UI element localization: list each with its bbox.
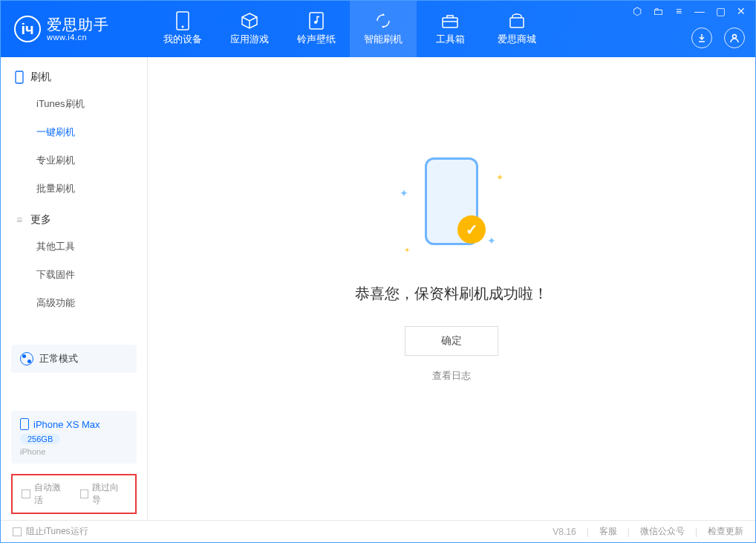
tab-label: 爱思商城 <box>498 33 536 46</box>
checkbox-block-itunes[interactable]: 阻止iTunes运行 <box>13 525 88 538</box>
sparkle-icon: ✦ <box>400 187 408 199</box>
close-button[interactable]: ✕ <box>734 5 748 17</box>
success-check-icon: ✓ <box>457 215 486 244</box>
cube-icon <box>241 12 258 30</box>
user-button[interactable] <box>724 27 745 48</box>
app-header: iч 爱思助手 www.i4.cn 我的设备 应用游戏 铃声壁纸 智能刷机 工具… <box>1 1 755 57</box>
device-type: iPhone <box>20 447 128 456</box>
svg-point-1 <box>182 26 184 28</box>
storage-badge: 256GB <box>20 434 60 444</box>
sparkle-icon: ✦ <box>404 246 410 254</box>
window-controls: ⬡ 🗀 ≡ — ▢ ✕ <box>630 5 748 17</box>
logo-text: 爱思助手 www.i4.cn <box>47 16 109 42</box>
checkbox-icon <box>80 490 89 498</box>
svg-rect-2 <box>310 13 323 29</box>
phone-icon <box>20 418 29 430</box>
sidebar-section-flash: 刷机 <box>1 57 147 90</box>
tab-label: 智能刷机 <box>364 33 403 46</box>
body-area: 刷机 iTunes刷机 一键刷机 专业刷机 批量刷机 ≡ 更多 其他工具 下载固… <box>1 57 755 520</box>
phone-icon <box>14 71 25 84</box>
device-name: iPhone XS Max <box>33 419 100 430</box>
checkbox-icon <box>22 490 30 498</box>
version-label: V8.16 <box>553 527 576 537</box>
sidebar-item-pro-flash[interactable]: 专业刷机 <box>1 146 147 175</box>
sidebar-item-itunes-flash[interactable]: iTunes刷机 <box>1 90 147 118</box>
svg-point-6 <box>733 35 737 39</box>
device-icon <box>174 12 192 30</box>
svg-rect-7 <box>16 71 23 83</box>
device-name-row: iPhone XS Max <box>20 418 128 430</box>
music-icon <box>307 12 325 30</box>
maximize-button[interactable]: ▢ <box>714 5 727 17</box>
svg-point-3 <box>314 21 317 24</box>
tab-my-device[interactable]: 我的设备 <box>149 1 216 57</box>
success-illustration: ✦ ✦ ✦ ✦ ✓ <box>400 150 504 261</box>
tab-label: 工具箱 <box>436 33 465 46</box>
sidebar-section-more: ≡ 更多 <box>1 203 147 233</box>
sidebar-item-other-tools[interactable]: 其他工具 <box>1 233 147 261</box>
sidebar-item-oneclick-flash[interactable]: 一键刷机 <box>1 118 147 146</box>
tab-apps-games[interactable]: 应用游戏 <box>216 1 283 57</box>
main-panel: ✦ ✦ ✦ ✦ ✓ 恭喜您，保资料刷机成功啦！ 确定 查看日志 <box>148 57 755 520</box>
checkbox-label: 跳过向导 <box>92 481 126 507</box>
app-title: 爱思助手 <box>47 16 109 33</box>
sparkle-icon: ✦ <box>487 235 496 247</box>
tab-label: 应用游戏 <box>230 33 269 46</box>
options-highlighted-row: 自动激活 跳过向导 <box>11 474 137 514</box>
svg-rect-5 <box>510 18 524 27</box>
svg-rect-4 <box>443 18 457 27</box>
checkbox-label: 自动激活 <box>34 481 68 507</box>
checkbox-skip-guide[interactable]: 跳过向导 <box>80 481 127 507</box>
footer-link-support[interactable]: 客服 <box>599 525 617 538</box>
tab-store[interactable]: 爱思商城 <box>483 1 550 57</box>
app-subtitle: www.i4.cn <box>47 33 109 42</box>
list-icon: ≡ <box>14 213 25 227</box>
logo-area: iч 爱思助手 www.i4.cn <box>1 16 149 42</box>
sidebar-item-batch-flash[interactable]: 批量刷机 <box>1 175 147 203</box>
sidebar: 刷机 iTunes刷机 一键刷机 专业刷机 批量刷机 ≡ 更多 其他工具 下载固… <box>1 57 148 520</box>
tab-smart-flash[interactable]: 智能刷机 <box>350 1 417 57</box>
nav-tabs: 我的设备 应用游戏 铃声壁纸 智能刷机 工具箱 爱思商城 <box>149 1 550 57</box>
view-log-link[interactable]: 查看日志 <box>432 369 471 383</box>
checkbox-icon <box>13 527 22 536</box>
store-icon <box>508 12 526 30</box>
sidebar-item-download-firmware[interactable]: 下载固件 <box>1 261 147 289</box>
sparkle-icon: ✦ <box>496 172 504 183</box>
toolbox-icon <box>441 12 459 30</box>
download-button[interactable] <box>691 27 712 48</box>
footer-link-update[interactable]: 检查更新 <box>708 525 743 538</box>
section-title: 刷机 <box>30 71 51 84</box>
device-info-box[interactable]: iPhone XS Max 256GB iPhone <box>11 411 137 464</box>
checkbox-auto-activate[interactable]: 自动激活 <box>22 481 68 507</box>
shirt-icon[interactable]: ⬡ <box>630 5 644 17</box>
mode-label: 正常模式 <box>39 352 78 365</box>
header-actions <box>691 27 745 48</box>
minimize-button[interactable]: — <box>693 5 706 17</box>
footer-right: V8.16 | 客服 | 微信公众号 | 检查更新 <box>553 525 743 538</box>
success-message: 恭喜您，保资料刷机成功啦！ <box>355 284 548 304</box>
logo-icon: iч <box>14 16 41 42</box>
tab-label: 铃声壁纸 <box>297 33 336 46</box>
footer: 阻止iTunes运行 V8.16 | 客服 | 微信公众号 | 检查更新 <box>1 520 755 542</box>
separator: | <box>628 527 630 537</box>
section-title: 更多 <box>30 213 51 227</box>
footer-link-wechat[interactable]: 微信公众号 <box>640 525 685 538</box>
menu-icon[interactable]: ≡ <box>672 5 685 17</box>
tab-label: 我的设备 <box>163 33 202 46</box>
mode-icon <box>20 352 33 365</box>
sidebar-item-advanced[interactable]: 高级功能 <box>1 289 147 317</box>
confirm-button[interactable]: 确定 <box>405 326 498 356</box>
separator: | <box>695 527 697 537</box>
device-mode-box[interactable]: 正常模式 <box>11 345 137 373</box>
separator: | <box>587 527 589 537</box>
lock-icon[interactable]: 🗀 <box>651 5 665 17</box>
tab-ringtones-wallpapers[interactable]: 铃声壁纸 <box>283 1 350 57</box>
tab-toolbox[interactable]: 工具箱 <box>417 1 483 57</box>
checkbox-label: 阻止iTunes运行 <box>26 525 88 538</box>
refresh-icon <box>374 12 392 30</box>
